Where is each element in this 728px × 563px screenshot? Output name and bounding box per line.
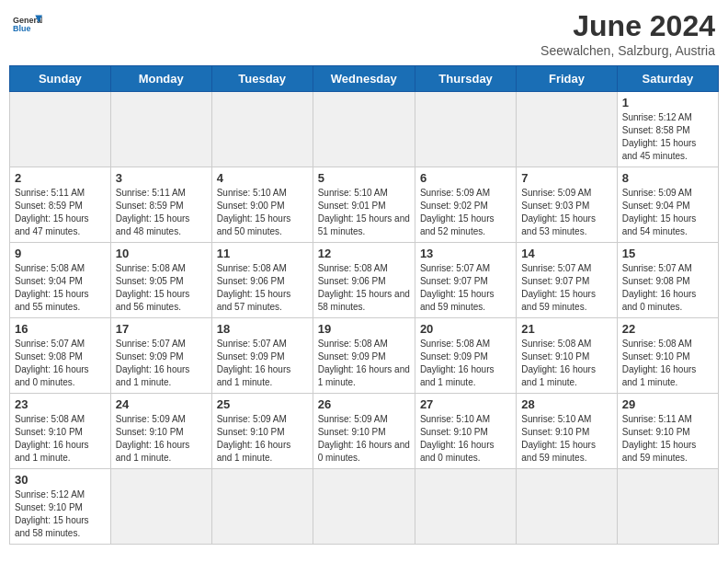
day-number: 2	[15, 171, 106, 185]
logo-icon: General Blue	[13, 9, 42, 39]
day-number: 1	[622, 96, 713, 109]
day-number: 19	[318, 322, 410, 336]
calendar-day-cell: 6Sunrise: 5:09 AMSunset: 9:02 PMDaylight…	[415, 167, 516, 243]
day-number: 21	[521, 322, 611, 336]
day-number: 16	[15, 322, 106, 336]
calendar-day-cell: 15Sunrise: 5:07 AMSunset: 9:08 PMDayligh…	[617, 243, 718, 318]
calendar-day-cell: 30Sunrise: 5:12 AMSunset: 9:10 PMDayligh…	[10, 469, 111, 545]
day-info: Sunrise: 5:07 AMSunset: 9:07 PMDaylight:…	[521, 262, 611, 314]
calendar-week-row: 9Sunrise: 5:08 AMSunset: 9:04 PMDaylight…	[10, 243, 719, 318]
day-info: Sunrise: 5:08 AMSunset: 9:10 PMDaylight:…	[15, 413, 106, 465]
calendar-day-cell: 13Sunrise: 5:07 AMSunset: 9:07 PMDayligh…	[415, 243, 516, 318]
calendar-day-cell	[313, 92, 415, 167]
calendar-day-cell: 28Sunrise: 5:10 AMSunset: 9:10 PMDayligh…	[517, 394, 617, 469]
calendar-day-cell: 7Sunrise: 5:09 AMSunset: 9:03 PMDaylight…	[517, 167, 617, 243]
day-info: Sunrise: 5:08 AMSunset: 9:10 PMDaylight:…	[521, 338, 611, 389]
calendar-day-cell: 11Sunrise: 5:08 AMSunset: 9:06 PMDayligh…	[211, 243, 313, 318]
day-info: Sunrise: 5:10 AMSunset: 9:10 PMDaylight:…	[521, 413, 611, 465]
calendar-day-cell: 16Sunrise: 5:07 AMSunset: 9:08 PMDayligh…	[10, 318, 111, 394]
calendar-day-cell	[211, 469, 313, 545]
calendar-day-cell: 8Sunrise: 5:09 AMSunset: 9:04 PMDaylight…	[617, 167, 718, 243]
day-info: Sunrise: 5:10 AMSunset: 9:01 PMDaylight:…	[318, 187, 410, 238]
day-of-week-header: Monday	[110, 66, 211, 92]
day-number: 13	[420, 247, 511, 260]
calendar-day-cell	[10, 92, 111, 167]
calendar-day-cell: 3Sunrise: 5:11 AMSunset: 8:59 PMDaylight…	[110, 167, 211, 243]
day-number: 6	[420, 171, 511, 185]
day-number: 12	[318, 247, 410, 260]
calendar-day-cell	[517, 92, 617, 167]
day-number: 24	[116, 397, 207, 411]
day-info: Sunrise: 5:07 AMSunset: 9:08 PMDaylight:…	[15, 338, 106, 389]
calendar-day-cell: 18Sunrise: 5:07 AMSunset: 9:09 PMDayligh…	[211, 318, 313, 394]
day-info: Sunrise: 5:07 AMSunset: 9:09 PMDaylight:…	[116, 338, 207, 389]
day-info: Sunrise: 5:08 AMSunset: 9:09 PMDaylight:…	[318, 338, 410, 389]
calendar-day-cell: 23Sunrise: 5:08 AMSunset: 9:10 PMDayligh…	[10, 394, 111, 469]
day-info: Sunrise: 5:11 AMSunset: 8:59 PMDaylight:…	[15, 187, 106, 238]
logo: General Blue	[13, 9, 42, 39]
calendar-day-cell: 25Sunrise: 5:09 AMSunset: 9:10 PMDayligh…	[211, 394, 313, 469]
day-number: 27	[420, 397, 511, 411]
day-info: Sunrise: 5:08 AMSunset: 9:06 PMDaylight:…	[318, 262, 410, 314]
day-number: 20	[420, 322, 511, 336]
day-info: Sunrise: 5:11 AMSunset: 8:59 PMDaylight:…	[116, 187, 207, 238]
calendar-day-cell: 12Sunrise: 5:08 AMSunset: 9:06 PMDayligh…	[313, 243, 415, 318]
calendar-day-cell	[211, 92, 313, 167]
day-info: Sunrise: 5:09 AMSunset: 9:10 PMDaylight:…	[217, 413, 308, 465]
calendar-table: SundayMondayTuesdayWednesdayThursdayFrid…	[9, 65, 719, 545]
calendar-day-cell	[415, 92, 516, 167]
day-of-week-header: Thursday	[415, 66, 516, 92]
day-info: Sunrise: 5:09 AMSunset: 9:10 PMDaylight:…	[318, 413, 410, 465]
location: Seewalchen, Salzburg, Austria	[540, 43, 715, 58]
day-number: 28	[521, 397, 611, 411]
month-title: June 2024	[540, 9, 715, 43]
day-info: Sunrise: 5:08 AMSunset: 9:10 PMDaylight:…	[622, 338, 713, 389]
day-info: Sunrise: 5:10 AMSunset: 9:10 PMDaylight:…	[420, 413, 511, 465]
day-number: 25	[217, 397, 308, 411]
day-number: 26	[318, 397, 410, 411]
calendar-day-cell: 21Sunrise: 5:08 AMSunset: 9:10 PMDayligh…	[517, 318, 617, 394]
calendar-day-cell: 17Sunrise: 5:07 AMSunset: 9:09 PMDayligh…	[110, 318, 211, 394]
day-of-week-header: Sunday	[10, 66, 111, 92]
day-number: 14	[521, 247, 611, 260]
day-info: Sunrise: 5:08 AMSunset: 9:05 PMDaylight:…	[116, 262, 207, 314]
calendar-day-cell: 19Sunrise: 5:08 AMSunset: 9:09 PMDayligh…	[313, 318, 415, 394]
day-number: 3	[116, 171, 207, 185]
day-of-week-header: Wednesday	[313, 66, 415, 92]
day-info: Sunrise: 5:09 AMSunset: 9:02 PMDaylight:…	[420, 187, 511, 238]
day-info: Sunrise: 5:07 AMSunset: 9:08 PMDaylight:…	[622, 262, 713, 314]
calendar-day-cell	[415, 469, 516, 545]
day-info: Sunrise: 5:08 AMSunset: 9:06 PMDaylight:…	[217, 262, 308, 314]
calendar-day-cell: 5Sunrise: 5:10 AMSunset: 9:01 PMDaylight…	[313, 167, 415, 243]
calendar-day-cell	[517, 469, 617, 545]
calendar-day-cell: 24Sunrise: 5:09 AMSunset: 9:10 PMDayligh…	[110, 394, 211, 469]
calendar-day-cell	[110, 469, 211, 545]
day-number: 8	[622, 171, 713, 185]
calendar-day-cell: 26Sunrise: 5:09 AMSunset: 9:10 PMDayligh…	[313, 394, 415, 469]
day-of-week-header: Friday	[517, 66, 617, 92]
day-info: Sunrise: 5:09 AMSunset: 9:04 PMDaylight:…	[622, 187, 713, 238]
calendar-day-cell	[313, 469, 415, 545]
page-header: General Blue June 2024 Seewalchen, Salzb…	[9, 9, 719, 58]
day-number: 29	[622, 397, 713, 411]
day-number: 30	[15, 473, 106, 487]
day-info: Sunrise: 5:10 AMSunset: 9:00 PMDaylight:…	[217, 187, 308, 238]
day-number: 11	[217, 247, 308, 260]
day-number: 4	[217, 171, 308, 185]
calendar-day-cell: 29Sunrise: 5:11 AMSunset: 9:10 PMDayligh…	[617, 394, 718, 469]
day-info: Sunrise: 5:07 AMSunset: 9:07 PMDaylight:…	[420, 262, 511, 314]
calendar-week-row: 1Sunrise: 5:12 AMSunset: 8:58 PMDaylight…	[10, 92, 719, 167]
calendar-day-cell: 22Sunrise: 5:08 AMSunset: 9:10 PMDayligh…	[617, 318, 718, 394]
calendar-day-cell	[110, 92, 211, 167]
calendar-day-cell: 1Sunrise: 5:12 AMSunset: 8:58 PMDaylight…	[617, 92, 718, 167]
day-info: Sunrise: 5:12 AMSunset: 9:10 PMDaylight:…	[15, 488, 106, 540]
calendar-day-cell: 27Sunrise: 5:10 AMSunset: 9:10 PMDayligh…	[415, 394, 516, 469]
title-block: June 2024 Seewalchen, Salzburg, Austria	[540, 9, 715, 58]
day-number: 17	[116, 322, 207, 336]
day-number: 7	[521, 171, 611, 185]
day-number: 22	[622, 322, 713, 336]
calendar-day-cell: 9Sunrise: 5:08 AMSunset: 9:04 PMDaylight…	[10, 243, 111, 318]
day-info: Sunrise: 5:12 AMSunset: 8:58 PMDaylight:…	[622, 111, 713, 163]
calendar-week-row: 23Sunrise: 5:08 AMSunset: 9:10 PMDayligh…	[10, 394, 719, 469]
day-of-week-header: Tuesday	[211, 66, 313, 92]
